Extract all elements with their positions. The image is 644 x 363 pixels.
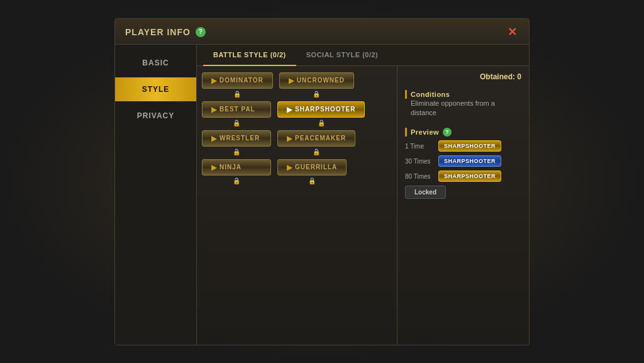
lock-icon-sharpshooter: 🔒 xyxy=(318,120,325,126)
style-btn-dominator[interactable]: ▶ DOMINATOR 🔒 xyxy=(202,72,273,98)
style-badge-wrestler[interactable]: ▶ WRESTLER xyxy=(202,130,271,147)
style-btn-sharpshooter[interactable]: ▶ SHARPSHOOTER 🔒 xyxy=(277,101,365,126)
conditions-label: Conditions xyxy=(411,91,450,98)
arrow-icon: ▶ xyxy=(289,76,294,85)
sidebar-item-style[interactable]: STYLE xyxy=(115,77,196,101)
player-info-modal: PLAYER INFO ? ✕ BASIC STYLE PRIVACY BATT… xyxy=(114,18,530,345)
style-row-2: ▶ BEST PAL 🔒 ▶ SHARPSHOOTER 🔒 xyxy=(202,101,392,126)
content-area: ▶ DOMINATOR 🔒 ▶ UNCROWNED 🔒 xyxy=(197,66,529,345)
preview-badge-3: SHARPSHOOTER xyxy=(438,170,501,182)
preview-section: Preview ? 1 Time SHARPSHOOTER 30 Times xyxy=(405,128,521,199)
sidebar-item-basic[interactable]: BASIC xyxy=(115,51,196,75)
style-badge-sharpshooter[interactable]: ▶ SHARPSHOOTER xyxy=(277,101,365,118)
main-content: BATTLE STYLE (0/2) SOCIAL STYLE (0/2) ▶ … xyxy=(197,45,529,345)
preview-badge-label-2: SHARPSHOOTER xyxy=(444,158,496,164)
lock-icon-guerrilla: 🔒 xyxy=(308,177,316,184)
style-btn-peacemaker[interactable]: ▶ PEACEMAKER 🔒 xyxy=(277,130,355,155)
style-name-peacemaker: PEACEMAKER xyxy=(295,135,346,142)
tab-battle-style[interactable]: BATTLE STYLE (0/2) xyxy=(203,45,296,66)
arrow-icon: ▶ xyxy=(211,105,217,114)
preview-label: Preview xyxy=(411,128,439,136)
style-btn-wrestler[interactable]: ▶ WRESTLER 🔒 xyxy=(202,130,271,155)
preview-badge-label-1: SHARPSHOOTER xyxy=(444,143,496,149)
preview-bar xyxy=(405,128,407,137)
style-name-best-pal: BEST PAL xyxy=(219,106,255,113)
style-row-1: ▶ DOMINATOR 🔒 ▶ UNCROWNED 🔒 xyxy=(202,72,392,98)
preview-times-1: 1 Time xyxy=(405,143,433,150)
style-btn-guerrilla[interactable]: ▶ GUERRILLA 🔒 xyxy=(277,159,347,184)
preview-row-3: 80 Times SHARPSHOOTER xyxy=(405,170,521,182)
style-name-ninja: NINJA xyxy=(219,164,242,170)
arrow-icon: ▶ xyxy=(287,134,292,143)
condition-text: Eliminate opponents from a distance xyxy=(405,99,521,118)
style-row-4: ▶ NINJA 🔒 ▶ GUERRILLA 🔒 xyxy=(202,159,392,184)
style-row-3: ▶ WRESTLER 🔒 ▶ PEACEMAKER 🔒 xyxy=(202,130,392,155)
tab-social-style[interactable]: SOCIAL STYLE (0/2) xyxy=(296,45,389,66)
obtained-label: Obtained: 0 xyxy=(480,72,521,81)
preview-help-icon[interactable]: ? xyxy=(443,128,452,137)
style-btn-ninja[interactable]: ▶ NINJA 🔒 xyxy=(202,159,271,184)
lock-icon-uncrowned: 🔒 xyxy=(313,91,320,98)
right-panel: Obtained: 0 Conditions Eliminate opponen… xyxy=(397,66,529,345)
tabs-row: BATTLE STYLE (0/2) SOCIAL STYLE (0/2) xyxy=(197,45,529,66)
lock-icon-ninja: 🔒 xyxy=(233,177,240,184)
style-badge-uncrowned[interactable]: ▶ UNCROWNED xyxy=(279,72,354,89)
modal-header: PLAYER INFO ? ✕ xyxy=(115,19,529,45)
preview-times-3: 80 Times xyxy=(405,173,433,180)
preview-badge-1: SHARPSHOOTER xyxy=(438,140,501,152)
style-name-sharpshooter: SHARPSHOOTER xyxy=(295,106,355,113)
style-badge-guerrilla[interactable]: ▶ GUERRILLA xyxy=(277,159,347,176)
style-badge-ninja[interactable]: ▶ NINJA xyxy=(202,159,271,176)
lock-icon-best-pal: 🔒 xyxy=(233,120,240,126)
help-icon[interactable]: ? xyxy=(196,27,206,37)
style-name-dominator: DOMINATOR xyxy=(219,77,264,84)
modal-title: PLAYER INFO xyxy=(125,27,191,37)
style-name-guerrilla: GUERRILLA xyxy=(295,164,337,170)
style-name-wrestler: WRESTLER xyxy=(219,135,260,142)
preview-row-1: 1 Time SHARPSHOOTER xyxy=(405,140,521,152)
conditions-label-row: Conditions xyxy=(405,90,521,99)
preview-row-2: 30 Times SHARPSHOOTER xyxy=(405,155,521,167)
sidebar-item-privacy[interactable]: PRIVACY xyxy=(115,104,196,128)
obtained-row: Obtained: 0 xyxy=(405,72,521,84)
style-btn-best-pal[interactable]: ▶ BEST PAL 🔒 xyxy=(202,101,271,126)
modal-title-row: PLAYER INFO ? xyxy=(125,27,206,37)
arrow-icon: ▶ xyxy=(287,163,292,172)
preview-badge-2: SHARPSHOOTER xyxy=(438,155,501,167)
arrow-icon: ▶ xyxy=(211,76,217,85)
preview-badge-label-3: SHARPSHOOTER xyxy=(444,173,496,179)
arrow-icon: ▶ xyxy=(211,134,217,143)
style-btn-uncrowned[interactable]: ▶ UNCROWNED 🔒 xyxy=(279,72,354,98)
arrow-icon: ▶ xyxy=(211,163,217,172)
style-badge-peacemaker[interactable]: ▶ PEACEMAKER xyxy=(277,130,355,147)
locked-button[interactable]: Locked xyxy=(405,186,446,199)
styles-grid: ▶ DOMINATOR 🔒 ▶ UNCROWNED 🔒 xyxy=(197,66,397,345)
close-button[interactable]: ✕ xyxy=(505,25,519,39)
lock-icon-dominator: 🔒 xyxy=(233,91,241,98)
lock-icon-wrestler: 🔒 xyxy=(233,148,240,155)
sidebar: BASIC STYLE PRIVACY xyxy=(115,45,197,345)
arrow-icon-active: ▶ xyxy=(287,105,292,114)
modal-body: BASIC STYLE PRIVACY BATTLE STYLE (0/2) S… xyxy=(115,45,529,345)
conditions-section: Conditions Eliminate opponents from a di… xyxy=(405,90,521,118)
conditions-bar xyxy=(405,90,407,99)
preview-times-2: 30 Times xyxy=(405,158,433,165)
style-badge-best-pal[interactable]: ▶ BEST PAL xyxy=(202,101,271,118)
lock-icon-peacemaker: 🔒 xyxy=(313,148,320,155)
preview-label-row: Preview ? xyxy=(405,128,521,137)
style-name-uncrowned: UNCROWNED xyxy=(297,77,345,84)
style-badge-dominator[interactable]: ▶ DOMINATOR xyxy=(202,72,273,89)
